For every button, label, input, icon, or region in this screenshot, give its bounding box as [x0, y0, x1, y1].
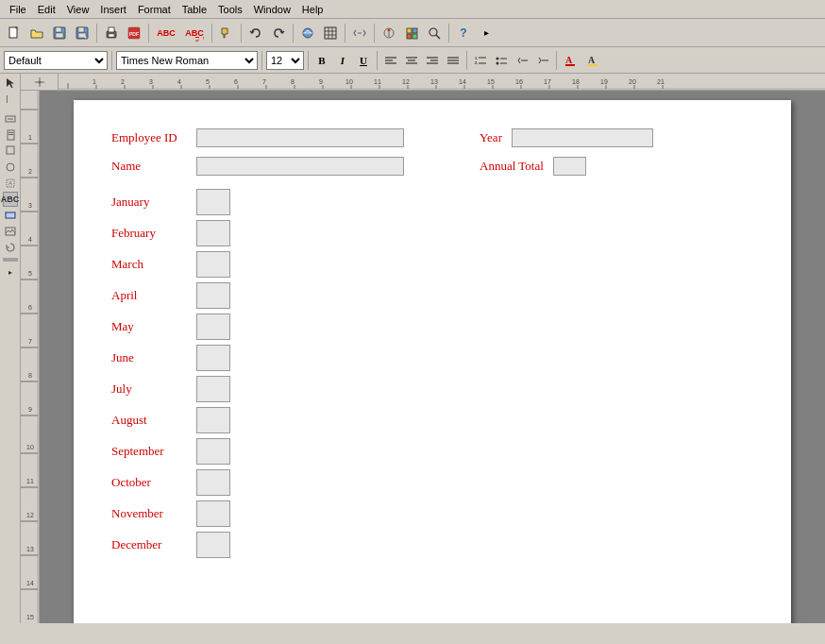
menu-edit[interactable]: Edit — [32, 3, 61, 16]
save-button[interactable] — [49, 23, 70, 43]
menu-table[interactable]: Table — [177, 3, 212, 16]
september-input[interactable] — [196, 438, 230, 465]
circle-tool[interactable] — [3, 160, 18, 175]
font-color-button[interactable]: A — [561, 51, 581, 70]
menu-file[interactable]: File — [4, 3, 32, 16]
spellcheck-auto-button[interactable]: ABC — [181, 23, 208, 43]
abc-tool[interactable]: ABC — [3, 192, 18, 207]
align-center-button[interactable] — [402, 51, 421, 70]
redo-button[interactable] — [268, 23, 289, 43]
navigator-button[interactable] — [379, 23, 399, 43]
h-ruler-container: 1 2 3 4 5 6 7 8 9 — [21, 74, 825, 91]
menu-view[interactable]: View — [61, 3, 95, 16]
styles-button[interactable] — [401, 23, 422, 43]
spellcheck-button[interactable]: ABC — [153, 23, 179, 43]
new-button[interactable] — [4, 23, 25, 43]
svg-rect-61 — [8, 134, 13, 135]
svg-rect-25 — [412, 28, 417, 33]
undo-button[interactable] — [245, 23, 266, 43]
svg-text:3: 3 — [149, 78, 153, 85]
menu-tools[interactable]: Tools — [212, 3, 248, 16]
bold-button[interactable]: B — [312, 51, 331, 70]
menu-help[interactable]: Help — [296, 3, 329, 16]
table-button[interactable] — [320, 23, 341, 43]
font-size-select[interactable]: 12 — [266, 51, 304, 70]
sep-f6 — [556, 51, 557, 70]
may-input[interactable] — [196, 314, 230, 340]
more-button[interactable]: ▸ — [476, 23, 497, 43]
annual-total-input[interactable] — [553, 157, 586, 176]
svg-text:7: 7 — [28, 338, 32, 345]
text-tool[interactable]: I — [3, 92, 18, 107]
svg-text:8: 8 — [291, 78, 295, 85]
svg-text:2: 2 — [121, 78, 125, 85]
justify-button[interactable] — [444, 51, 463, 70]
svg-text:10: 10 — [26, 444, 34, 450]
insert-mode-tool[interactable] — [3, 111, 18, 127]
november-input[interactable] — [196, 500, 230, 527]
increase-indent-button[interactable] — [533, 51, 552, 70]
paste-tool[interactable] — [3, 127, 18, 143]
save-as-button[interactable]: + — [72, 23, 93, 43]
rotate-tool[interactable] — [3, 240, 18, 255]
font-select[interactable]: Times New Roman — [116, 51, 258, 70]
expand-sidebar[interactable]: ▸ — [3, 264, 18, 280]
svg-rect-24 — [407, 28, 412, 33]
svg-rect-55 — [588, 64, 598, 66]
document-container: 1 2 3 4 5 6 7 8 9 — [21, 91, 825, 623]
underline-button[interactable]: U — [354, 51, 373, 70]
field-tool[interactable] — [3, 208, 18, 223]
draw-tool[interactable] — [3, 144, 18, 159]
december-input[interactable] — [196, 532, 230, 558]
april-input[interactable] — [196, 282, 230, 309]
list-ordered-button[interactable]: 1.2. — [471, 51, 490, 70]
february-row: February — [111, 220, 753, 246]
cursor-tool[interactable] — [3, 76, 18, 91]
february-input[interactable] — [196, 220, 230, 246]
align-left-button[interactable] — [381, 51, 400, 70]
print-button[interactable] — [101, 23, 122, 43]
december-label: December — [111, 537, 196, 552]
find-replace-button[interactable] — [424, 23, 445, 43]
svg-text:1: 1 — [93, 78, 96, 85]
march-label: March — [111, 257, 196, 272]
january-input[interactable] — [196, 189, 230, 215]
menu-format[interactable]: Format — [132, 3, 177, 16]
svg-rect-5 — [78, 27, 84, 32]
name-input[interactable] — [196, 157, 404, 176]
sep-f5 — [466, 51, 467, 70]
july-input[interactable] — [196, 376, 230, 402]
october-input[interactable] — [196, 469, 230, 496]
help-button[interactable]: ? — [453, 23, 474, 43]
hyperlink-button[interactable] — [297, 23, 318, 43]
format-paint-button[interactable] — [216, 23, 237, 43]
open-button[interactable] — [26, 23, 47, 43]
svg-text:14: 14 — [26, 580, 34, 586]
svg-text:13: 13 — [26, 546, 34, 552]
toggle-fields-button[interactable] — [349, 23, 370, 43]
text-frame-tool[interactable]: A — [3, 176, 18, 191]
svg-text:15: 15 — [487, 78, 495, 85]
menu-insert[interactable]: Insert — [94, 3, 132, 16]
pdf-button[interactable]: PDF — [124, 23, 144, 43]
paragraph-style-select[interactable]: Default — [4, 51, 108, 70]
year-input[interactable] — [512, 128, 653, 147]
sep-f2 — [261, 51, 262, 70]
page: Employee ID Year Name Annual Total — [74, 100, 791, 623]
june-input[interactable] — [196, 345, 230, 371]
menubar: File Edit View Insert Format Table Tools… — [0, 0, 825, 19]
april-row: April — [111, 282, 753, 309]
decrease-indent-button[interactable] — [513, 51, 531, 70]
italic-button[interactable]: I — [333, 51, 352, 70]
august-input[interactable] — [196, 407, 230, 433]
march-input[interactable] — [196, 251, 230, 278]
highlight-button[interactable]: A — [583, 51, 604, 70]
scroll-area[interactable]: Employee ID Year Name Annual Total — [40, 91, 825, 623]
employee-id-input[interactable] — [196, 128, 404, 147]
menu-window[interactable]: Window — [248, 3, 296, 16]
svg-rect-0 — [9, 27, 17, 38]
list-unordered-button[interactable] — [492, 51, 511, 70]
image-tool[interactable] — [3, 224, 18, 239]
svg-rect-10 — [109, 34, 114, 37]
align-right-button[interactable] — [423, 51, 442, 70]
